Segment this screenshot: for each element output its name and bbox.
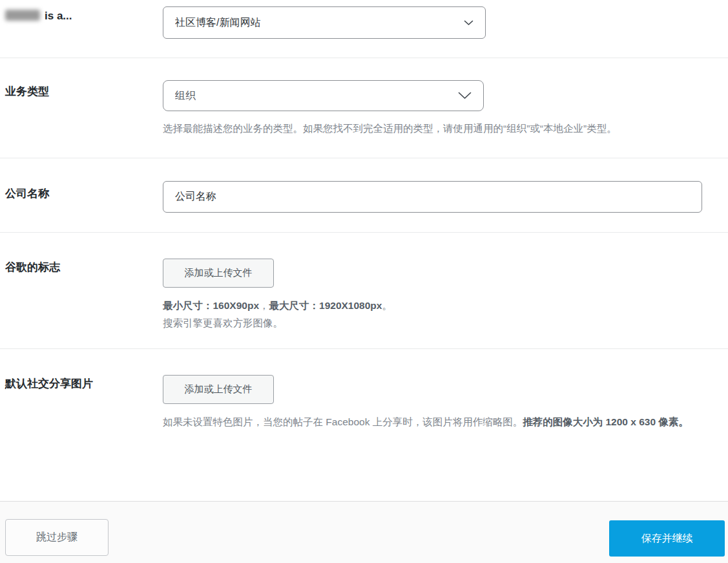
skip-step-button[interactable]: 跳过步骤 [5,519,109,556]
save-and-continue-button[interactable]: 保存并继续 [609,520,725,557]
google-logo-help: 最小尺寸：160X90px，最大尺寸：1920X1080px。 搜索引擎更喜欢方… [163,297,705,332]
business-type-help: 选择最能描述您的业务的类型。如果您找不到完全适用的类型，请使用通用的“组织”或“… [163,120,705,137]
google-logo-help-max: 最大尺寸：1920X1080px [269,300,382,311]
business-type-label: 业务类型 [0,80,163,137]
company-name-input[interactable] [163,181,702,213]
form-row-google-logo: 谷歌的标志 添加或上传文件 最小尺寸：160X90px，最大尺寸：1920X10… [0,233,728,349]
site-type-label: is a... [0,6,163,39]
form-row-company-name: 公司名称 [0,158,728,233]
form-area: is a... 社区博客/新闻网站 业务类型 组织 [0,0,728,501]
google-logo-upload-button[interactable]: 添加或上传文件 [163,259,274,288]
chevron-down-icon [464,20,473,26]
google-logo-help-min: 最小尺寸：160X90px [163,300,259,311]
social-share-image-help-text: 如果未设置特色图片，当您的帖子在 Facebook 上分享时，该图片将用作缩略图… [163,416,523,427]
social-share-image-label: 默认社交分享图片 [0,375,163,430]
wizard-footer: 跳过步骤 保存并继续 [0,501,728,563]
business-type-select-value: 组织 [175,89,458,103]
social-share-image-help: 如果未设置特色图片，当您的帖子在 Facebook 上分享时，该图片将用作缩略图… [163,413,705,430]
social-share-image-help-recommended: 推荐的图像大小为 1200 x 630 像素。 [523,416,689,427]
chevron-down-icon [458,92,472,100]
form-row-site-type: is a... 社区博客/新闻网站 [0,0,728,58]
site-type-label-text: is a... [45,10,72,22]
business-type-select[interactable]: 组织 [163,80,484,111]
google-logo-label: 谷歌的标志 [0,259,163,332]
google-logo-help-line2: 搜索引擎更喜欢方形图像。 [163,317,283,328]
site-type-select-value: 社区博客/新闻网站 [175,16,464,30]
setup-wizard-page: is a... 社区博客/新闻网站 业务类型 组织 [0,0,728,563]
company-name-label: 公司名称 [0,181,163,213]
redacted-site-name [5,10,40,21]
form-row-business-type: 业务类型 组织 选择最能描述您的业务的类型。如果您找不到完全适用的类型，请使用通… [0,58,728,158]
social-share-image-upload-button[interactable]: 添加或上传文件 [163,375,274,404]
site-type-select[interactable]: 社区博客/新闻网站 [163,6,486,39]
form-row-social-share-image: 默认社交分享图片 添加或上传文件 如果未设置特色图片，当您的帖子在 Facebo… [0,349,728,487]
